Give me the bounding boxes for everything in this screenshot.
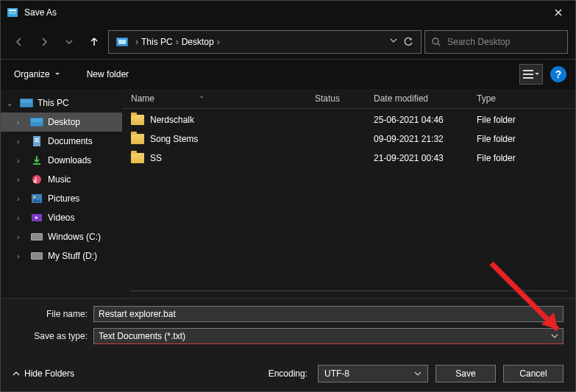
savetype-label: Save as type: xyxy=(13,331,93,341)
svg-point-4 xyxy=(433,38,438,44)
cancel-button[interactable]: Cancel xyxy=(503,365,563,382)
chevron-right-icon: › xyxy=(176,37,179,47)
hide-folders-button[interactable]: Hide Folders xyxy=(13,368,74,379)
refresh-icon[interactable] xyxy=(403,37,413,47)
new-folder-label: New folder xyxy=(87,69,129,79)
file-row[interactable]: Song Stems 09-09-2021 21:32 File folder xyxy=(122,129,575,149)
tree-item-drive-d[interactable]: › My Stuff (D:) xyxy=(1,246,122,266)
tree-root-this-pc[interactable]: ⌄ This PC xyxy=(1,93,122,113)
help-button[interactable]: ? xyxy=(550,66,566,82)
chevron-right-icon: › xyxy=(135,37,138,47)
hide-folders-label: Hide Folders xyxy=(24,368,74,379)
chevron-up-icon xyxy=(13,370,20,377)
window-title: Save As xyxy=(24,7,57,18)
chevron-right-icon: › xyxy=(17,214,26,222)
file-type: File folder xyxy=(477,115,575,125)
save-form: File name: Save as type: Text Documents … xyxy=(1,298,575,359)
filename-label: File name: xyxy=(13,309,93,319)
savetype-select[interactable]: Text Documents (*.txt) xyxy=(93,328,563,344)
up-button[interactable] xyxy=(83,31,105,53)
recent-dropdown[interactable] xyxy=(58,31,80,53)
horizontal-scrollbar[interactable] xyxy=(129,291,568,298)
back-button[interactable] xyxy=(8,31,30,53)
chevron-right-icon: › xyxy=(17,233,26,241)
breadcrumb-current[interactable]: Desktop xyxy=(182,37,214,47)
search-icon xyxy=(431,37,441,47)
chevron-right-icon: › xyxy=(17,195,26,203)
tree-item-videos[interactable]: › Videos xyxy=(1,208,122,227)
chevron-right-icon: › xyxy=(17,176,26,184)
file-date: 09-09-2021 21:32 xyxy=(374,134,477,144)
encoding-label: Encoding: xyxy=(269,368,307,379)
folder-icon xyxy=(131,115,144,125)
chevron-down-icon xyxy=(551,332,558,340)
file-name: Song Stems xyxy=(150,134,198,144)
body: ⌄ This PC › Desktop › Documents › Downlo… xyxy=(1,89,575,298)
chevron-right-icon: › xyxy=(17,118,26,126)
file-rows: Nerdschalk 25-06-2021 04:46 File folder … xyxy=(122,109,575,288)
nav-bar: › This PC › Desktop › Search Desktop xyxy=(1,24,575,60)
search-input[interactable]: Search Desktop xyxy=(424,30,568,54)
svg-rect-12 xyxy=(33,163,40,165)
video-icon xyxy=(30,212,43,224)
tree-item-label: Desktop xyxy=(48,117,80,127)
file-list: Name ⌃ Status Date modified Type Nerdsch… xyxy=(122,89,575,298)
titlebar: Save As xyxy=(1,1,575,24)
file-date: 25-06-2021 04:46 xyxy=(374,115,477,125)
addr-dropdown-icon[interactable] xyxy=(390,37,397,47)
tree-item-desktop[interactable]: › Desktop xyxy=(1,113,122,132)
new-folder-button[interactable]: New folder xyxy=(82,66,133,82)
col-status[interactable]: Status xyxy=(315,93,374,104)
tree-item-label: Downloads xyxy=(48,155,91,165)
tree-item-downloads[interactable]: › Downloads xyxy=(1,151,122,170)
svg-point-15 xyxy=(34,196,36,199)
toolbar: Organize New folder ? xyxy=(1,60,575,89)
file-name: Nerdschalk xyxy=(150,115,194,125)
filename-input[interactable] xyxy=(93,306,563,322)
disk-icon xyxy=(30,250,43,262)
svg-rect-6 xyxy=(523,74,533,75)
svg-rect-9 xyxy=(35,138,39,139)
organize-label: Organize xyxy=(14,69,50,79)
tree-item-label: Pictures xyxy=(48,193,79,204)
address-bar[interactable]: › This PC › Desktop › xyxy=(108,30,422,54)
svg-rect-3 xyxy=(9,13,16,14)
folder-icon xyxy=(131,134,144,144)
tree-item-label: My Stuff (D:) xyxy=(48,251,97,261)
forward-button[interactable] xyxy=(33,31,55,53)
save-button[interactable]: Save xyxy=(435,365,496,382)
tree-item-music[interactable]: › Music xyxy=(1,170,122,189)
chevron-right-icon: › xyxy=(17,138,26,146)
tree-item-documents[interactable]: › Documents xyxy=(1,132,122,151)
chevron-right-icon: › xyxy=(17,157,26,165)
file-row[interactable]: SS 21-09-2021 00:43 File folder xyxy=(122,149,575,168)
documents-icon xyxy=(30,135,43,147)
tree-item-drive-c[interactable]: › Windows (C:) xyxy=(1,227,122,246)
svg-rect-1 xyxy=(9,10,16,11)
col-date[interactable]: Date modified xyxy=(374,93,477,104)
column-headers: Name ⌃ Status Date modified Type xyxy=(122,89,575,109)
music-icon xyxy=(30,174,43,185)
pc-icon xyxy=(116,38,128,46)
savetype-value: Text Documents (*.txt) xyxy=(99,331,185,341)
view-button[interactable] xyxy=(519,64,543,85)
col-type[interactable]: Type xyxy=(477,93,575,104)
tree-item-label: Videos xyxy=(48,213,74,223)
breadcrumb-root[interactable]: This PC xyxy=(141,37,173,47)
encoding-select[interactable]: UTF-8 xyxy=(318,365,428,382)
col-name[interactable]: Name ⌃ xyxy=(131,93,315,104)
pictures-icon xyxy=(30,193,43,204)
svg-rect-10 xyxy=(35,140,39,140)
close-button[interactable] xyxy=(541,1,575,24)
search-placeholder: Search Desktop xyxy=(447,37,510,47)
encoding-value: UTF-8 xyxy=(324,368,349,379)
organize-button[interactable]: Organize xyxy=(10,66,65,82)
file-type: File folder xyxy=(477,134,575,144)
tree-item-pictures[interactable]: › Pictures xyxy=(1,189,122,208)
footer: Hide Folders Encoding: UTF-8 Save Cancel xyxy=(1,359,575,391)
app-icon xyxy=(7,7,18,18)
tree-item-label: Music xyxy=(48,174,71,185)
desktop-icon xyxy=(30,116,43,128)
chevron-down-icon xyxy=(54,71,60,77)
file-row[interactable]: Nerdschalk 25-06-2021 04:46 File folder xyxy=(122,110,575,129)
